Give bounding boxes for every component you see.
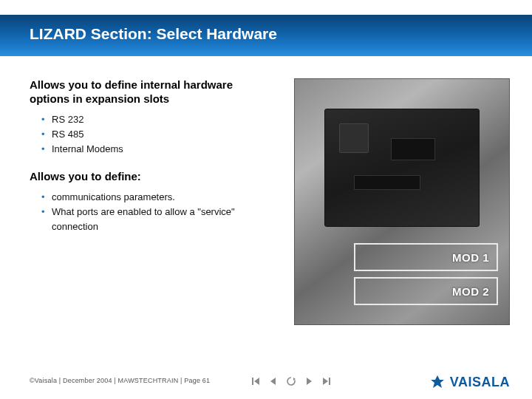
list-item: Internal Modems xyxy=(41,142,273,157)
mod2-callout: MOD 2 xyxy=(354,277,498,305)
svg-marker-5 xyxy=(323,378,328,385)
section2-heading: Allows you to define: xyxy=(30,170,273,184)
svg-marker-4 xyxy=(307,378,312,385)
slide-title: LIZARD Section: Select Hardware xyxy=(30,25,277,43)
svg-marker-7 xyxy=(431,375,444,388)
section1-list: RS 232 RS 485 Internal Modems xyxy=(41,112,273,157)
refresh-button[interactable] xyxy=(287,377,296,386)
footer-text: ©Vaisala | December 2004 | MAWSTECHTRAIN… xyxy=(30,377,210,384)
section1-heading: Allows you to define internal hardware o… xyxy=(30,78,273,106)
chip-icon xyxy=(391,138,435,160)
title-band: LIZARD Section: Select Hardware xyxy=(0,15,532,56)
mod1-label: MOD 1 xyxy=(452,251,489,264)
vaisala-logo: VAISALA xyxy=(429,374,510,390)
logo-mark-icon xyxy=(429,374,446,390)
logo-text: VAISALA xyxy=(450,375,510,390)
list-item: RS 232 xyxy=(41,112,273,127)
last-slide-button[interactable] xyxy=(322,377,331,386)
svg-rect-6 xyxy=(329,378,330,385)
list-item: What ports are enabled to allow a "servi… xyxy=(41,205,273,234)
svg-marker-2 xyxy=(270,378,276,385)
section2-list: communications parameters. What ports ar… xyxy=(41,190,273,234)
chip-icon xyxy=(354,175,420,190)
first-slide-button[interactable] xyxy=(251,377,260,386)
svg-marker-1 xyxy=(254,378,259,385)
list-item: RS 485 xyxy=(41,127,273,142)
hardware-photo: MOD 1 MOD 2 xyxy=(294,78,510,325)
mod1-callout: MOD 1 xyxy=(354,243,498,271)
next-slide-button[interactable] xyxy=(304,377,313,386)
prev-slide-button[interactable] xyxy=(269,377,278,386)
svg-rect-0 xyxy=(252,378,253,385)
mod2-label: MOD 2 xyxy=(452,285,489,298)
board-sticker xyxy=(339,123,369,153)
list-item: communications parameters. xyxy=(41,190,273,205)
content-column: Allows you to define internal hardware o… xyxy=(30,78,273,248)
slide-nav xyxy=(251,377,331,386)
